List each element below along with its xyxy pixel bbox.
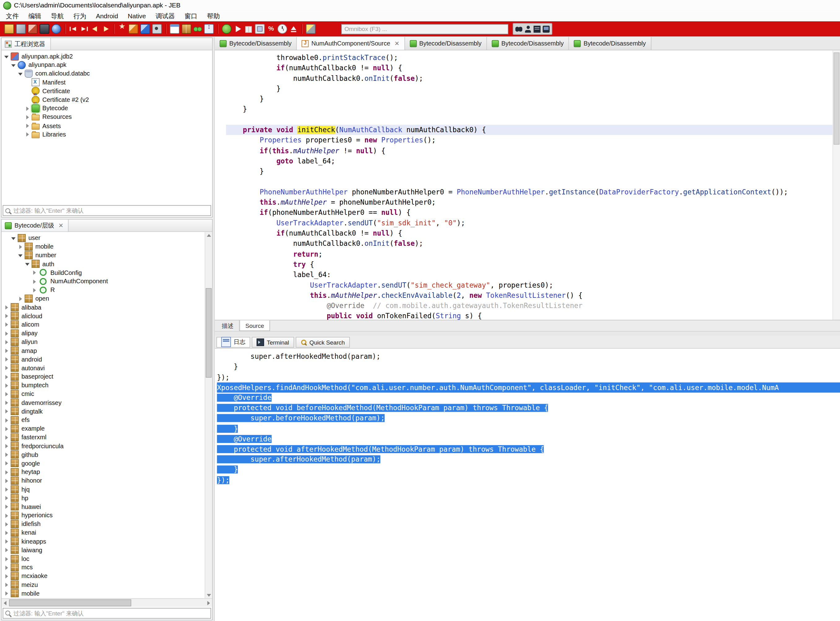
jump-back-icon[interactable] — [69, 25, 78, 33]
expand-closed-icon[interactable] — [4, 573, 10, 579]
notebook-icon[interactable] — [534, 26, 540, 32]
code-line[interactable]: numAuthCallback0.onInit(false); — [226, 73, 833, 83]
scroll-right-icon[interactable] — [205, 599, 212, 607]
code-line[interactable]: if(phoneNumberAuthHelper0 == null) { — [226, 208, 833, 218]
expand-closed-icon[interactable] — [4, 564, 10, 570]
step-blocks-icon[interactable] — [255, 24, 265, 34]
code-line[interactable] — [226, 176, 833, 187]
source-editor[interactable]: throwable0.printStackTrace(); if(numAuth… — [215, 50, 840, 320]
instance-dots-icon[interactable] — [194, 25, 202, 33]
expand-closed-icon[interactable] — [4, 486, 10, 492]
log-line[interactable]: }); — [217, 475, 840, 485]
tree-item-dingtalk[interactable]: dingtalk — [2, 407, 212, 416]
tree-item-google[interactable]: google — [2, 459, 212, 468]
nav-forward-icon[interactable] — [101, 25, 110, 33]
tree-item-certificate-2-v2[interactable]: Certificate #2 (v2 — [2, 95, 212, 104]
binoculars-icon[interactable] — [515, 26, 522, 32]
expand-closed-icon[interactable] — [4, 400, 10, 406]
log-line[interactable]: }); — [217, 372, 840, 382]
editor-tab-bytecode-disassembly-4[interactable]: Bytecode/Disassembly — [569, 37, 651, 50]
code-line[interactable]: Properties properties0 = new Properties(… — [226, 135, 833, 145]
tree-item-aliyun[interactable]: aliyun — [2, 338, 212, 346]
tree-item-loc[interactable]: loc — [2, 554, 212, 563]
coverage-percent-icon[interactable] — [267, 25, 276, 33]
expand-closed-icon[interactable] — [4, 434, 10, 440]
scroll-down-icon[interactable] — [205, 592, 212, 598]
expand-open-icon[interactable] — [25, 261, 31, 267]
log-line[interactable]: } — [217, 424, 840, 434]
expand-closed-icon[interactable] — [25, 114, 31, 120]
tree-item-fredporciuncula[interactable]: fredporciuncula — [2, 442, 212, 450]
log-line[interactable]: @Override — [217, 434, 840, 444]
horizontal-splitter[interactable] — [215, 331, 840, 336]
tree-item-alicloud[interactable]: alicloud — [2, 311, 212, 320]
expand-closed-icon[interactable] — [4, 582, 10, 588]
tree-item-heytap[interactable]: heytap — [2, 468, 212, 476]
tree-item-fasterxml[interactable]: fasterxml — [2, 433, 212, 442]
expand-closed-icon[interactable] — [4, 304, 10, 310]
tree-item-mcs[interactable]: mcs — [2, 563, 212, 572]
code-line[interactable] — [226, 115, 833, 125]
highlight-marker-icon[interactable] — [140, 24, 150, 34]
jump-forward-icon[interactable] — [80, 25, 89, 33]
log-line[interactable]: @Override — [217, 392, 840, 403]
code-line[interactable]: goto label_64; — [226, 156, 833, 166]
code-line[interactable]: PhoneNumberAuthHelper phoneNumberAuthHel… — [226, 187, 833, 197]
tree-item-assets[interactable]: Assets — [2, 121, 212, 130]
expand-closed-icon[interactable] — [4, 391, 10, 397]
run-play-icon[interactable] — [234, 25, 242, 33]
menu-item-4[interactable]: Android — [91, 11, 123, 21]
code-line[interactable]: this.mAuthHelper.checkEnvAvailable(2, ne… — [226, 290, 833, 300]
tree-item-example[interactable]: example — [2, 424, 212, 433]
debug-bug-icon[interactable] — [222, 24, 231, 34]
tree-item-manifest[interactable]: Manifest — [2, 78, 212, 87]
code-line[interactable]: public void onTokenFailed(String s) { — [226, 311, 833, 320]
log-line[interactable]: super.afterHookedMethod(param); — [217, 454, 840, 464]
timer-clock-icon[interactable] — [277, 24, 287, 34]
expand-open-icon[interactable] — [18, 252, 24, 258]
expand-closed-icon[interactable] — [4, 356, 10, 362]
expand-open-icon[interactable] — [18, 71, 24, 76]
project-tree[interactable]: aliyunpan.apk.jdb2aliyunpan.apkcom.alicl… — [2, 50, 212, 204]
tree-item-mobile[interactable]: mobile — [2, 242, 212, 251]
log-line[interactable]: } — [217, 362, 840, 372]
expand-closed-icon[interactable] — [4, 313, 10, 319]
menu-item-3[interactable]: 行为 — [68, 11, 91, 22]
expand-closed-icon[interactable] — [18, 295, 24, 301]
expand-open-icon[interactable] — [4, 53, 10, 59]
tree-item-meizu[interactable]: meizu — [2, 580, 212, 589]
log-line[interactable]: XposedHelpers.findAndHookMethod("com.ali… — [217, 382, 840, 392]
tree-item-baseproject[interactable]: baseproject — [2, 373, 212, 381]
expand-closed-icon[interactable] — [4, 452, 10, 457]
expand-closed-icon[interactable] — [4, 374, 10, 380]
code-line[interactable]: @Override // com.mobile.auth.gatewayauth… — [226, 301, 833, 311]
tree-item-mobile[interactable]: mobile — [2, 589, 212, 598]
expand-open-icon[interactable] — [11, 235, 17, 241]
bookmark-star-icon[interactable] — [118, 25, 127, 33]
editor-tab-bytecode-disassembly-2[interactable]: Bytecode/Disassembly — [405, 37, 487, 50]
expand-closed-icon[interactable] — [4, 590, 10, 596]
expand-closed-icon[interactable] — [4, 460, 10, 466]
menu-item-6[interactable]: 调试器 — [151, 11, 180, 22]
tree-item-bytecode[interactable]: Bytecode — [2, 104, 212, 113]
tree-item-bumptech[interactable]: bumptech — [2, 381, 212, 390]
tree-item-hyperionics[interactable]: hyperionics — [2, 511, 212, 520]
tree-item-number[interactable]: number — [2, 251, 212, 259]
scroll-up-icon[interactable] — [205, 232, 212, 238]
tree-item-hihonor[interactable]: hihonor — [2, 476, 212, 485]
expand-closed-icon[interactable] — [4, 348, 10, 353]
close-icon[interactable]: ✕ — [57, 223, 64, 229]
code-line[interactable]: this.mAuthHelper = phoneNumberAuthHelper… — [226, 197, 833, 208]
rename-pencil-icon[interactable] — [129, 24, 138, 34]
hierarchy-filter-input[interactable] — [12, 609, 208, 616]
code-line[interactable]: return; — [226, 249, 833, 259]
omnibox-input[interactable] — [341, 24, 508, 34]
web-globe-icon[interactable] — [52, 24, 61, 34]
expand-closed-icon[interactable] — [25, 105, 31, 111]
code-line[interactable]: numAuthCallback0.onInit(false); — [226, 239, 833, 249]
expand-closed-icon[interactable] — [4, 417, 10, 423]
user-profile-icon[interactable] — [525, 26, 531, 32]
log-tab-item-0[interactable]: 日志 — [217, 337, 250, 348]
tree-item-numauthcomponent[interactable]: NumAuthComponent — [2, 277, 212, 285]
package-box-icon[interactable] — [182, 24, 191, 34]
